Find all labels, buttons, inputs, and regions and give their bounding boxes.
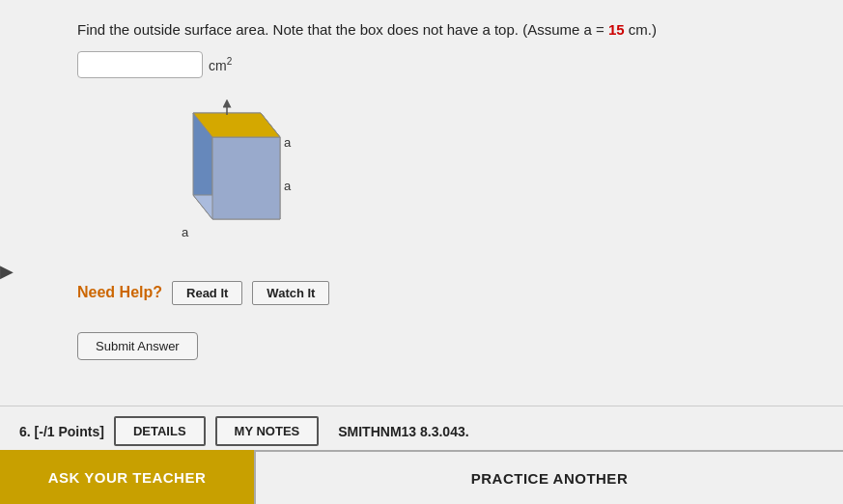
watch-it-button[interactable]: Watch It (252, 281, 329, 305)
question-text-after: cm.) (625, 21, 657, 38)
cube-label-a-right: a (284, 179, 292, 193)
read-it-button[interactable]: Read It (172, 281, 242, 305)
need-help-label: Need Help? (77, 284, 162, 301)
practice-another-button[interactable]: PRACTICE ANOTHER (256, 450, 843, 504)
details-button[interactable]: DETAILS (114, 416, 206, 446)
cube-container: a a a (135, 94, 328, 262)
cube-label-a-bottom: a (182, 225, 189, 239)
reference-label: SMITHNM13 8.3.043. (338, 424, 468, 439)
my-notes-button[interactable]: MY NOTES (215, 416, 320, 446)
points-label: 6. [-/1 Points] (19, 424, 104, 439)
svg-marker-4 (212, 137, 280, 219)
question-text: Find the outside surface area. Note that… (77, 19, 785, 42)
unit-label: cm2 (209, 56, 232, 73)
question-text-before: Find the outside surface area. Note that… (77, 21, 608, 38)
cube-label-a-top: a (284, 135, 292, 150)
cube-figure: a a a (155, 94, 309, 262)
need-help-row: Need Help? Read It Watch It (77, 281, 785, 305)
footer-bar: ASK YOUR TEACHER PRACTICE ANOTHER (0, 450, 843, 504)
question-highlight: 15 (608, 21, 625, 38)
cube-svg: a a a (155, 94, 309, 258)
answer-row: cm2 (77, 51, 785, 78)
bottom-bar: 6. [-/1 Points] DETAILS MY NOTES SMITHNM… (0, 406, 843, 456)
answer-input[interactable] (77, 51, 203, 78)
unit-sup: 2 (227, 56, 233, 67)
submit-answer-button[interactable]: Submit Answer (77, 332, 198, 360)
ask-teacher-button[interactable]: ASK YOUR TEACHER (0, 450, 254, 504)
main-content: ▶ Find the outside surface area. Note th… (0, 0, 843, 406)
unit-text: cm (209, 57, 227, 72)
arrow-marker: ▶ (0, 261, 14, 282)
